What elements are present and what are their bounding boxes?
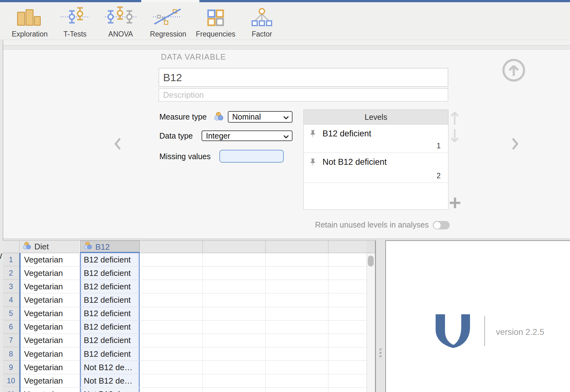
header-scroll-corner [367, 241, 376, 253]
diet-cell[interactable]: Vegetarian [21, 361, 79, 374]
collapse-editor-button[interactable] [502, 58, 526, 84]
row-number-cell[interactable]: 4 [3, 293, 19, 306]
level-label: B12 deficient [322, 129, 371, 139]
table-row: 2VegetarianB12 deficient [3, 267, 367, 280]
level-value: 2 [437, 172, 441, 180]
version-text: version 2.2.5 [496, 327, 544, 337]
b12-cell[interactable]: Not B12 de… [80, 388, 140, 392]
row-number-cell[interactable]: 9 [3, 361, 19, 374]
diet-cell[interactable]: Vegetarian [21, 321, 79, 334]
nominal-measure-icon [83, 242, 93, 252]
empty-header-area [140, 241, 367, 253]
add-level-button[interactable] [449, 197, 461, 210]
next-variable-button[interactable] [511, 137, 519, 152]
b12-cell[interactable]: Not B12 de… [80, 374, 140, 387]
ribbon-item-factor[interactable]: Factor [238, 7, 285, 40]
corner-header-cell [3, 241, 19, 253]
chevron-down-icon [283, 112, 289, 121]
diet-cell[interactable]: Vegetarian [21, 293, 79, 306]
data-type-select[interactable]: Integer [202, 130, 292, 141]
row-number-cell[interactable]: 2 [3, 267, 19, 280]
missing-values-label: Missing values [159, 152, 211, 161]
diet-cell[interactable]: Vegetarian [21, 307, 79, 320]
diet-cell[interactable]: Vegetarian [21, 388, 79, 392]
move-level-up-button[interactable] [450, 110, 459, 127]
analyses-ribbon: Exploration T-Tests ANOVA [0, 2, 570, 40]
level-row[interactable]: B12 deficient 1 [304, 125, 448, 153]
previous-variable-button[interactable] [113, 137, 122, 152]
ribbon-item-exploration[interactable]: Exploration [6, 7, 53, 40]
header-gridline [202, 241, 203, 253]
row-number-cell[interactable]: 7 [3, 334, 19, 347]
b12-cell[interactable]: B12 deficient [80, 253, 140, 266]
row-number-cell[interactable]: 3 [3, 280, 19, 293]
ribbon-item-anova[interactable]: ANOVA [97, 7, 144, 40]
row-number-cell[interactable]: 10 [3, 374, 19, 387]
description-placeholder: Description [163, 90, 204, 100]
ribbon-item-regression[interactable]: Regression [145, 7, 192, 40]
column-header-b12-selected[interactable]: B12 [80, 241, 140, 253]
missing-values-input[interactable] [219, 150, 284, 163]
retain-levels-toggle[interactable] [433, 221, 450, 229]
row-number-cell[interactable]: 1 [3, 253, 19, 266]
level-row[interactable]: Not B12 deficient 2 [304, 153, 448, 183]
diet-cell[interactable]: Vegetarian [21, 253, 79, 266]
row-number-cell[interactable]: 6 [3, 321, 19, 334]
vertical-scrollbar[interactable] [367, 253, 375, 392]
move-level-down-button[interactable] [450, 128, 459, 145]
diet-cell[interactable]: Vegetarian [21, 267, 79, 280]
level-value: 1 [437, 142, 441, 150]
table-row: 6VegetarianB12 deficient [3, 321, 367, 334]
sub-ribbon-strip [0, 40, 570, 45]
column-gridline [265, 253, 266, 392]
table-row: 1VegetarianB12 deficient [3, 253, 367, 267]
jamovi-window: Exploration T-Tests ANOVA [0, 0, 570, 392]
ribbon-item-ttests[interactable]: T-Tests [52, 7, 98, 40]
column-gridline [79, 253, 80, 392]
table-row: 5VegetarianB12 deficient [3, 307, 367, 321]
panel-splitter[interactable] [376, 240, 385, 392]
jamovi-nu-logo [436, 314, 470, 349]
row-number-cell[interactable]: 8 [3, 347, 19, 360]
ribbon-item-label: Regression [150, 30, 186, 38]
b12-cell[interactable]: B12 deficient [80, 347, 140, 360]
ribbon-item-frequencies[interactable]: Frequencies [192, 7, 239, 40]
measure-type-select[interactable]: Nominal [228, 111, 292, 123]
b12-cell[interactable]: B12 deficient [80, 307, 140, 320]
scrollbar-thumb[interactable] [368, 256, 374, 267]
results-panel: version 2.2.5 [385, 240, 570, 392]
b12-cell[interactable]: B12 deficient [80, 321, 140, 334]
b12-cell[interactable]: B12 deficient [80, 267, 140, 280]
data-type-value: Integer [206, 131, 230, 140]
row-number-cell[interactable]: 11 [3, 388, 19, 392]
b12-cell[interactable]: Not B12 de… [80, 361, 140, 374]
column-header-label: B12 [95, 242, 110, 252]
clipped-text-fragment: 2 [0, 90, 3, 99]
b12-cell[interactable]: B12 deficient [80, 334, 140, 347]
clipped-text-fragment: c [0, 111, 3, 120]
column-header-diet[interactable]: Diet [19, 241, 79, 253]
section-title: DATA VARIABLE [161, 52, 226, 61]
variable-name-input[interactable]: B12 [159, 68, 448, 87]
description-input[interactable]: Description [159, 88, 448, 101]
row-number-cell[interactable]: 5 [3, 307, 19, 320]
titlebar-accent-right [199, 0, 570, 2]
regression-icon [153, 7, 183, 27]
diet-cell[interactable]: Vegetarian [21, 374, 79, 387]
level-label: Not B12 deficient [322, 157, 387, 167]
ribbon-item-label: Factor [252, 30, 272, 38]
splitter-handle-dot [379, 352, 382, 354]
b12-cell[interactable]: B12 deficient [80, 280, 140, 293]
b12-cell[interactable]: B12 deficient [80, 293, 140, 306]
nominal-measure-icon [22, 242, 32, 252]
diet-cell[interactable]: Vegetarian [21, 347, 79, 360]
factor-icon [251, 8, 273, 27]
clipped-text-fragment: n [0, 68, 3, 77]
diet-cell[interactable]: Vegetarian [21, 334, 79, 347]
logo-divider [484, 316, 485, 346]
anova-icon [105, 6, 136, 27]
spreadsheet: Diet B12 1VegetarianB12 deficient2Vegeta… [3, 240, 376, 392]
clipped-text-fragment: v [0, 196, 3, 205]
diet-cell[interactable]: Vegetarian [21, 280, 79, 293]
ribbon-item-label: ANOVA [108, 30, 133, 38]
